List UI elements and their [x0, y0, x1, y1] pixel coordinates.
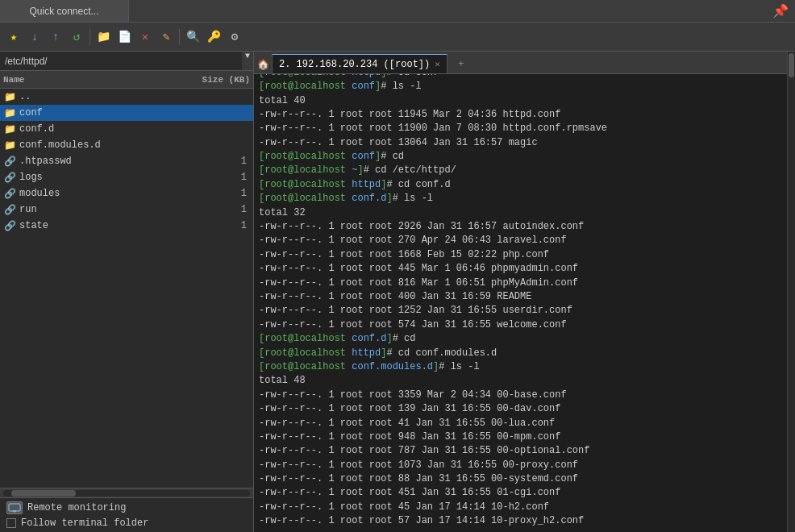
link-icon: 🔗 [3, 187, 16, 200]
separator-1 [89, 29, 90, 45]
file-size: 1 [185, 220, 250, 231]
active-tab[interactable]: 2. 192.168.20.234 ([root]) ✕ [272, 54, 447, 73]
remote-monitoring-button[interactable]: Remote monitoring [6, 501, 247, 514]
path-dropdown[interactable]: ▼ [242, 52, 253, 70]
left-bottom: Remote monitoring Follow terminal folder [0, 497, 253, 532]
terminal-line: -rw-r--r--. 1 root root 45 Jan 17 14:14 … [259, 501, 782, 514]
terminal-content[interactable]: drwxr-xr-x. 2 root root 63 Mar 1 05:09 c… [254, 74, 787, 532]
key-button[interactable]: 🔑 [204, 27, 223, 47]
remote-monitoring-label: Remote monitoring [27, 502, 126, 513]
terminal-line: -rw-r--r--. 1 root root 787 Jan 31 16:55… [259, 444, 782, 458]
vertical-scrollbar[interactable] [787, 52, 795, 532]
file-name: conf [19, 107, 185, 118]
file-name: conf.modules.d [19, 139, 185, 151]
file-size: 1 [185, 204, 250, 215]
terminal-line: total 48 [259, 374, 782, 388]
terminal-line: [root@localhost conf]# cd [259, 150, 782, 164]
file-list-header: Name Size (KB) [0, 71, 253, 89]
refresh-button[interactable]: ↺ [67, 27, 86, 47]
terminal-line: [root@localhost httpd]# cd conf.modules.… [259, 347, 782, 360]
separator-2 [179, 29, 180, 45]
terminal-line: -rw-r--r--. 1 root root 13064 Jan 31 16:… [259, 136, 782, 150]
horizontal-scrollbar[interactable] [0, 488, 253, 497]
file-name: modules [19, 188, 185, 199]
list-item[interactable]: 📁 conf [0, 105, 253, 121]
file-name: state [19, 220, 185, 231]
terminal-line: -rw-r--r--. 1 root root 948 Jan 31 16:55… [259, 430, 782, 444]
path-input[interactable] [0, 52, 242, 70]
list-item[interactable]: 🔗 modules 1 [0, 185, 253, 202]
link-icon: 🔗 [3, 219, 16, 232]
checkbox-icon[interactable] [6, 518, 16, 528]
file-name: run [19, 204, 185, 215]
terminal-line: [root@localhost conf]# ls -l [259, 80, 782, 94]
upload-button[interactable]: ↑ [46, 27, 65, 47]
file-name: logs [19, 172, 185, 183]
terminal-line: -rw-r--r--. 1 root root 57 Jan 17 14:14 … [259, 514, 782, 528]
terminal-line: -rw-r--r--. 1 root root 139 Jan 31 16:55… [259, 402, 782, 416]
tab-label: 2. 192.168.20.234 ([root]) [279, 59, 430, 70]
folder-icon: 📁 [3, 139, 16, 152]
terminal-line: [root@localhost conf.modules.d]# ls -l [259, 360, 782, 374]
name-column-header[interactable]: Name [0, 75, 189, 85]
scroll-track [3, 490, 250, 497]
scroll-thumb[interactable] [11, 490, 76, 497]
right-panel: 🏠 2. 192.168.20.234 ([root]) ✕ + drwxr-x… [254, 52, 787, 532]
link-icon: 🔗 [3, 171, 16, 184]
top-bar: Quick connect... 📌 [0, 0, 795, 23]
tab-close-button[interactable]: ✕ [435, 59, 440, 69]
list-item[interactable]: 🔗 state 1 [0, 218, 253, 234]
terminal-line: -rw-r--r--. 1 root root 11945 Mar 2 04:3… [259, 108, 782, 122]
terminal-line: [root@localhost conf.d]# cd [259, 332, 782, 346]
main-area: ▼ Name Size (KB) 📁 .. 📁 conf 📁 [0, 52, 795, 532]
terminal-line: [root@localhost ~]# cd /etc/httpd/ [259, 164, 782, 177]
download-button[interactable]: ↓ [25, 27, 44, 47]
link-icon: 🔗 [3, 203, 16, 216]
terminal-line: [root@localhost httpd]# cd conf.d [259, 178, 782, 192]
terminal-line: total 32 [259, 206, 782, 220]
terminal-line: total 40 [259, 94, 782, 108]
scroll-thumb[interactable] [789, 53, 794, 77]
terminal-line: -rw-r--r--. 1 root root 1668 Feb 15 02:2… [259, 248, 782, 262]
pin-icon: 📌 [766, 3, 795, 19]
file-size: 1 [185, 156, 250, 167]
file-size: 1 [185, 172, 250, 183]
new-folder-button[interactable]: 📁 [94, 27, 113, 47]
left-panel: ▼ Name Size (KB) 📁 .. 📁 conf 📁 [0, 52, 254, 532]
terminal-line: -rw-r--r--. 1 root root 2926 Jan 31 16:5… [259, 220, 782, 234]
monitor-icon [6, 501, 23, 514]
link-icon: 🔗 [3, 155, 16, 168]
terminal-line: [root@localhost httpd]# cd conf [259, 74, 782, 80]
settings-button[interactable]: ⚙ [225, 27, 244, 47]
file-name: .. [19, 91, 185, 102]
list-item[interactable]: 📁 .. [0, 89, 253, 105]
list-item[interactable]: 🔗 run 1 [0, 202, 253, 218]
terminal-line: -rw-r--r--. 1 root root 3359 Mar 2 04:34… [259, 389, 782, 402]
file-size: 1 [185, 188, 250, 199]
new-file-button[interactable]: 📄 [114, 27, 134, 47]
list-item[interactable]: 📁 conf.d [0, 121, 253, 137]
file-name: .htpasswd [19, 156, 185, 167]
terminal-line: -rw-r--r--. 1 root root 445 Mar 1 06:46 … [259, 262, 782, 276]
follow-folder-label: Follow terminal folder [21, 517, 148, 529]
terminal-line: -rw-r--r--. 1 root root 11900 Jan 7 08:3… [259, 122, 782, 135]
rename-button[interactable]: ✎ [156, 27, 176, 47]
list-item[interactable]: 🔗 logs 1 [0, 169, 253, 185]
add-tab-button[interactable]: + [452, 56, 470, 73]
search-button[interactable]: 🔍 [183, 27, 202, 47]
terminal-line: -rw-r--r--. 1 root root 270 Apr 24 06:43… [259, 234, 782, 247]
list-item[interactable]: 📁 conf.modules.d [0, 137, 253, 153]
delete-button[interactable]: ✕ [135, 27, 155, 47]
quick-connect-button[interactable]: Quick connect... [0, 0, 129, 22]
folder-icon: 📁 [3, 123, 16, 135]
terminal-line: -rw-r--r--. 1 root root 1073 Jan 31 16:5… [259, 459, 782, 472]
follow-terminal-folder-checkbox[interactable]: Follow terminal folder [6, 517, 247, 529]
folder-icon: 📁 [3, 106, 16, 119]
list-item[interactable]: 🔗 .htpasswd 1 [0, 153, 253, 169]
file-list: 📁 .. 📁 conf 📁 conf.d 📁 conf.modules.d [0, 89, 253, 488]
size-column-header[interactable]: Size (KB) [189, 75, 253, 85]
terminal-line: -rw-r--r--. 1 root root 1252 Jan 31 16:5… [259, 304, 782, 318]
toolbar: ★ ↓ ↑ ↺ 📁 📄 ✕ ✎ 🔍 🔑 ⚙ [0, 23, 795, 52]
home-tab-button[interactable]: 🏠 [254, 56, 272, 73]
bookmark-button[interactable]: ★ [4, 27, 23, 47]
